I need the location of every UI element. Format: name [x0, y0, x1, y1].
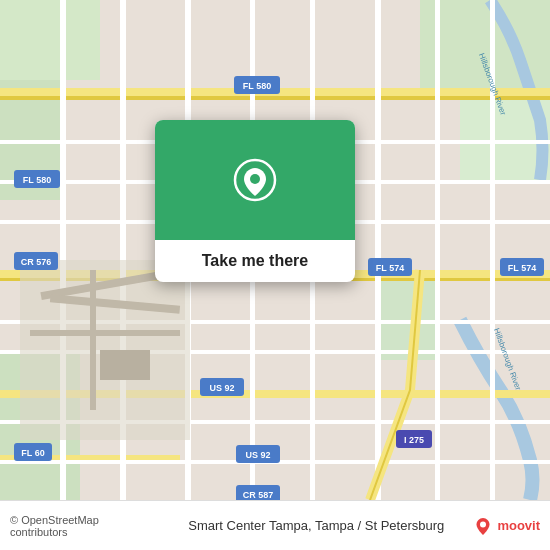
copyright-text: © OpenStreetMap contributors	[10, 514, 159, 538]
svg-rect-32	[90, 270, 96, 410]
popup-card: Take me there	[155, 120, 355, 282]
popup-header	[155, 120, 355, 240]
svg-rect-19	[435, 0, 440, 500]
svg-text:US 92: US 92	[245, 450, 270, 460]
svg-text:CR 576: CR 576	[21, 257, 52, 267]
location-pin-icon	[233, 158, 277, 202]
svg-text:FL 580: FL 580	[23, 175, 51, 185]
svg-text:CR 587: CR 587	[243, 490, 274, 500]
svg-text:I 275: I 275	[404, 435, 424, 445]
moovit-pin-icon	[473, 516, 493, 536]
svg-rect-1	[0, 0, 100, 80]
moovit-label: moovit	[497, 518, 540, 533]
svg-point-60	[480, 521, 486, 527]
svg-text:FL 574: FL 574	[508, 263, 536, 273]
svg-rect-31	[30, 330, 180, 336]
location-name: Smart Center Tampa, Tampa / St Petersbur…	[167, 518, 465, 533]
map-container: FL 580 FL 580 CR 576 US 92 FL 574 FL 574…	[0, 0, 550, 500]
svg-text:US 92: US 92	[209, 383, 234, 393]
svg-rect-33	[100, 350, 150, 380]
popup-bottom[interactable]: Take me there	[155, 240, 355, 282]
bottom-bar: © OpenStreetMap contributors Smart Cente…	[0, 500, 550, 550]
svg-text:FL 574: FL 574	[376, 263, 404, 273]
svg-rect-18	[375, 0, 381, 500]
take-me-there-button[interactable]: Take me there	[202, 252, 308, 270]
svg-text:FL 580: FL 580	[243, 81, 271, 91]
svg-point-59	[250, 174, 260, 184]
svg-rect-8	[0, 96, 550, 100]
moovit-logo: moovit	[473, 516, 540, 536]
svg-text:FL 60: FL 60	[21, 448, 44, 458]
